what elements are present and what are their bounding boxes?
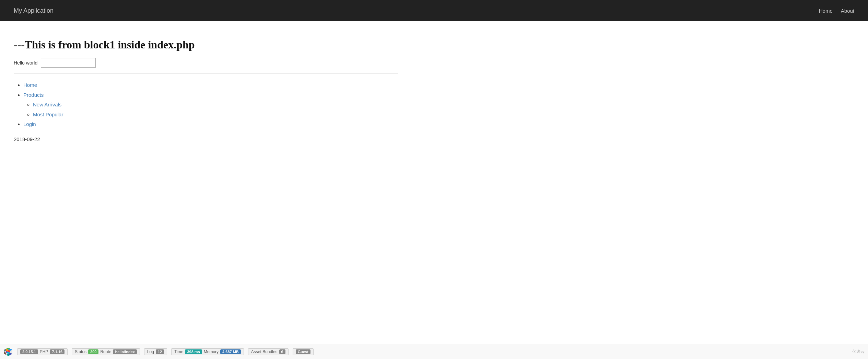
hello-input[interactable] xyxy=(41,58,96,68)
debug-logo xyxy=(3,347,13,357)
list-item-products: Products New Arrivals Most Popular xyxy=(23,90,398,120)
debug-time-label: Time xyxy=(174,349,183,354)
debug-memory-label: Memory xyxy=(204,349,219,354)
debug-status-item[interactable]: Status 200 Route hello/index xyxy=(72,348,140,355)
list-item-new-arrivals: New Arrivals xyxy=(33,100,398,110)
debug-php-badge: 7.1.16 xyxy=(50,349,64,354)
nav-list-link-products[interactable]: Products xyxy=(23,92,44,98)
debug-bar: 2.0.15.1 PHP 7.1.16 Status 200 Route hel… xyxy=(0,344,868,359)
nav-list: Home Products New Arrivals Most Popular … xyxy=(14,80,398,129)
debug-route-badge: hello/index xyxy=(113,349,137,354)
nav-list-link-login[interactable]: Login xyxy=(23,121,36,127)
nav-sublist-products: New Arrivals Most Popular xyxy=(23,100,398,119)
date-text: 2018-09-22 xyxy=(14,136,398,142)
debug-php-label: PHP xyxy=(40,349,48,354)
main-content: ---This is from block1 inside index.php … xyxy=(0,21,412,344)
nav-link-about[interactable]: About xyxy=(841,8,854,14)
debug-status-badge: 200 xyxy=(88,349,98,354)
debug-version-badge: 2.0.15.1 xyxy=(20,349,38,354)
debug-asset-label: Asset Bundles xyxy=(251,349,278,354)
debug-asset-item[interactable]: Asset Bundles 6 xyxy=(248,348,289,355)
debug-version-item[interactable]: 2.0.15.1 PHP 7.1.16 xyxy=(17,348,68,355)
list-item-most-popular: Most Popular xyxy=(33,110,398,120)
debug-brand: 亿速云 xyxy=(852,349,865,355)
navbar-brand[interactable]: My Application xyxy=(14,7,54,14)
debug-log-item[interactable]: Log 12 xyxy=(144,348,167,355)
page-heading: ---This is from block1 inside index.php xyxy=(14,38,398,51)
nav-link-home[interactable]: Home xyxy=(819,8,833,14)
list-item-login: Login xyxy=(23,119,398,129)
debug-time-badge: 398 ms xyxy=(185,349,202,354)
debug-guest-badge: Guest xyxy=(296,349,310,354)
debug-asset-badge: 6 xyxy=(279,349,285,354)
debug-log-badge: 12 xyxy=(156,349,164,354)
hello-row: Hello world xyxy=(14,58,398,68)
debug-log-label: Log xyxy=(147,349,154,354)
debug-time-item[interactable]: Time 398 ms Memory 4.687 MB xyxy=(171,348,244,355)
debug-route-label: Route xyxy=(100,349,111,354)
debug-guest-item[interactable]: Guest xyxy=(293,348,314,355)
navbar-nav: Home About xyxy=(819,8,854,14)
debug-status-label: Status xyxy=(75,349,86,354)
hello-label: Hello world xyxy=(14,60,37,66)
nav-list-link-most-popular[interactable]: Most Popular xyxy=(33,112,63,117)
nav-list-link-home[interactable]: Home xyxy=(23,82,37,88)
divider xyxy=(14,73,398,73)
list-item-home: Home xyxy=(23,80,398,90)
nav-list-link-new-arrivals[interactable]: New Arrivals xyxy=(33,102,61,107)
debug-memory-badge: 4.687 MB xyxy=(220,349,241,354)
navbar: My Application Home About xyxy=(0,0,868,21)
